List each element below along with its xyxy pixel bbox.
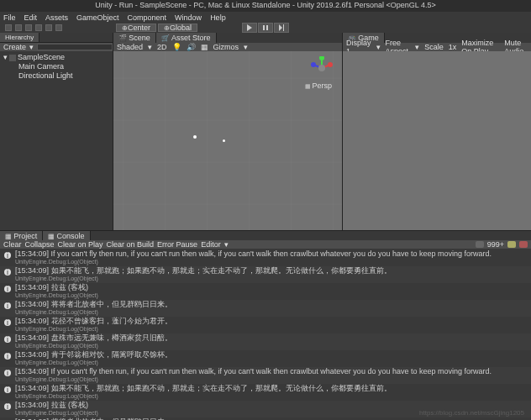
svg-rect-5 [9,55,16,61]
camera-gizmo[interactable] [223,139,225,142]
assetstore-tab[interactable]: 🛒 Asset Store [156,33,217,43]
tool-move[interactable] [15,24,22,31]
scene-row[interactable]: ▾ SampleScene [3,53,109,62]
console-tab[interactable]: ▦ Console [43,231,90,241]
tool-rotate[interactable] [25,24,32,31]
svg-point-10 [319,56,324,60]
svg-rect-1 [263,25,265,30]
menu-gameobject[interactable]: GameObject [76,13,119,22]
pause-button[interactable] [258,23,273,33]
log-entry[interactable]: i[15:34:09] 将将者北放者中，但见群鸥日日来。UnityEngine.… [0,300,531,317]
2d-toggle[interactable]: 2D [157,43,167,51]
info-icon: i [3,402,12,411]
svg-text:i: i [7,318,8,327]
collapse-toggle[interactable]: Collapse [25,240,55,249]
svg-rect-2 [266,25,268,30]
info-icon: i [3,335,12,344]
menu-help[interactable]: Help [210,13,226,22]
log-entry[interactable]: i[15:34:09] If you can't fly then run, i… [0,367,531,384]
tool-rect[interactable] [45,24,52,31]
svg-marker-3 [279,24,282,31]
info-icon: i [3,386,12,394]
project-tab[interactable]: ▦ Project [0,231,43,241]
svg-point-11 [311,62,316,67]
editor-dropdown[interactable]: Editor [201,240,221,249]
menu-file[interactable]: File [3,13,16,22]
log-entry[interactable]: i[15:34:09] 花径不曾缘客扫，蓬门今始为君开。UnityEngine.… [0,317,531,333]
hierarchy-item-light[interactable]: Directional Light [3,71,109,81]
error-pause[interactable]: Error Pause [157,240,197,249]
info-icon: i [3,251,12,260]
log-entry[interactable]: i[15:34:09] 盘殊市远无兼味，樽酒家贫只旧醅。UnityEngine.… [0,333,531,350]
gizmos-dropdown[interactable]: Gizmos [213,43,239,51]
audio-toggle[interactable]: 🔊 [187,43,196,51]
svg-text:i: i [7,268,8,276]
hierarchy-panel: Hierarchy Create▾ ▾ SampleScene Main Cam… [0,33,113,230]
svg-text:i: i [7,302,8,310]
hierarchy-item-camera[interactable]: Main Camera [3,62,109,71]
tool-scale[interactable] [35,24,42,31]
tool-transform[interactable] [55,24,62,31]
info-icon: i [3,302,12,310]
hierarchy-tab[interactable]: Hierarchy [0,33,39,42]
step-button[interactable] [274,23,289,33]
svg-text:i: i [7,386,8,394]
info-icon: i [3,352,12,360]
info-icon: i [3,268,12,276]
hierarchy-search[interactable] [37,44,113,50]
window-title: Unity - Run - SampleScene - PC, Mac & Li… [0,0,531,12]
warn-filter[interactable] [507,241,516,248]
svg-text:i: i [7,352,8,360]
create-dropdown[interactable]: Create [3,43,26,51]
pivot-toggle[interactable]: ⊕ Center [116,24,156,32]
projection-label[interactable]: ▦ Persp [305,81,332,90]
space-toggle[interactable]: ⊕ Global [158,24,197,32]
toolbar: ⊕ Center ⊕ Global [0,23,531,33]
tool-hand[interactable] [5,24,12,31]
svg-marker-0 [247,24,252,31]
main-menu: File Edit Assets GameObject Component Wi… [0,12,531,23]
scale-label: Scale [424,43,444,51]
log-entry[interactable]: i[15:34:09] 拉兹 (客栈)UnityEngine.Debug:Log… [0,283,531,300]
light-gizmo[interactable] [193,135,197,139]
scene-view[interactable]: ▦ Persp [113,51,342,230]
log-entry[interactable]: i[15:34:09] 肯于邻翁相对饮，隔篱呼取尽馀杯。UnityEngine.… [0,350,531,367]
clear-button[interactable]: Clear [3,240,22,249]
pause-icon [262,24,269,31]
svg-rect-4 [283,24,284,31]
scene-panel: 🎬 Scene 🛒 Asset Store Shaded▾ 2D 💡 🔊 ▦ G… [113,33,342,230]
error-filter[interactable] [519,241,528,248]
clear-on-build[interactable]: Clear on Build [107,240,155,249]
play-button[interactable] [242,23,257,33]
menu-assets[interactable]: Assets [45,13,68,22]
info-icon: i [3,369,12,377]
log-entry[interactable]: i[15:34:09] 如果不能飞，那就跑；如果跑不动，那就走；实在走不动了，那… [0,384,531,401]
info-filter[interactable] [476,241,484,248]
game-view[interactable] [343,51,531,230]
watermark: https://blog.csdn.net/mscGjing1205 [419,409,524,417]
svg-text:i: i [7,335,8,344]
play-icon [246,24,253,31]
svg-point-9 [328,62,333,67]
fx-toggle[interactable]: ▦ [201,43,208,51]
svg-point-12 [318,65,325,71]
menu-window[interactable]: Window [175,13,202,22]
svg-text:i: i [7,402,8,411]
shading-mode[interactable]: Shaded [117,43,143,51]
console-log-list[interactable]: i[15:34:09] If you can't fly then run, i… [0,249,531,420]
light-toggle[interactable]: 💡 [172,43,181,51]
scale-value[interactable]: 1x [449,43,457,51]
info-icon: i [3,318,12,327]
svg-text:i: i [7,285,8,293]
svg-text:i: i [7,369,8,377]
menu-edit[interactable]: Edit [24,13,38,22]
clear-on-play[interactable]: Clear on Play [58,240,103,249]
info-icon: i [3,285,12,293]
game-panel: 🎮 Game Display 1▾ Free Aspect▾ Scale 1x … [342,33,531,230]
log-entry[interactable]: i[15:34:09] If you can't fly then run, i… [0,249,531,266]
console-panel: ▦ Project ▦ Console Clear Collapse Clear… [0,230,531,420]
menu-component[interactable]: Component [128,13,167,22]
scene-tab[interactable]: 🎬 Scene [113,33,156,43]
orientation-gizmo[interactable] [310,56,334,80]
log-entry[interactable]: i[15:34:09] 如果不能飞，那就跑；如果跑不动，那就走；实在走不动了，那… [0,266,531,283]
